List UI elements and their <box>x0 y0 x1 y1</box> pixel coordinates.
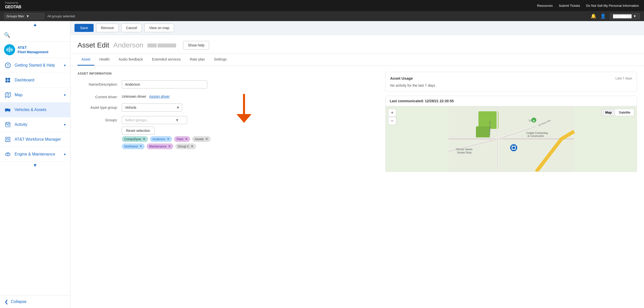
att-logo <box>4 44 15 55</box>
cancel-button[interactable]: Cancel <box>121 24 142 32</box>
bell-icon[interactable]: 🔔 <box>591 13 596 19</box>
map-card: Last communicated: 12/29/21 22:30:55 <box>385 96 637 172</box>
engine-icon <box>5 151 11 158</box>
svg-rect-42 <box>512 146 515 149</box>
sidebar-item-label-getting-started: Getting Started & Help <box>15 63 60 68</box>
do-not-sell-link[interactable]: Do Not Sell My Personal Information <box>586 4 639 8</box>
sidebar-item-activity[interactable]: Activity ▾ <box>0 117 70 132</box>
submit-tickets-link[interactable]: Submit Tickets <box>559 4 580 8</box>
svg-text:Cudgel Contracting: Cudgel Contracting <box>526 132 548 134</box>
save-button[interactable]: Save <box>74 24 94 32</box>
sidebar-collapse[interactable]: ❮ Collapse <box>0 295 70 308</box>
sidebar-item-engine-maintenance[interactable]: Engine & Maintenance ▾ <box>0 147 70 162</box>
tab-rate-plan[interactable]: Rate plan <box>186 54 209 66</box>
sidebar-item-label-att-workforce: AT&T Workforce Manager <box>15 137 66 142</box>
svg-point-16 <box>9 111 10 112</box>
chip-label: Anderson <box>152 137 165 141</box>
chip-remove-compudyne[interactable]: ✕ <box>143 137 145 141</box>
svg-text:▲: ▲ <box>532 119 535 122</box>
tab-asset[interactable]: Asset <box>77 54 94 66</box>
sidebar-scroll-up[interactable]: ▲ <box>0 21 70 28</box>
map-zoom-controls: + − <box>388 109 396 125</box>
truck-icon <box>5 107 11 113</box>
assign-driver-link[interactable]: Assign driver <box>149 94 170 98</box>
chip-anderson: Anderson ✕ <box>150 136 172 142</box>
sidebar-item-dashboard[interactable]: Dashboard <box>0 73 70 88</box>
asset-type-select[interactable]: Vehicle <box>122 104 182 112</box>
map-type-map-button[interactable]: Map <box>602 109 615 116</box>
map-header-last-communicated: Last communicated: 12/29/21 22:30:55 <box>386 96 637 106</box>
sidebar-item-getting-started[interactable]: ? Getting Started & Help ▾ <box>0 58 70 73</box>
svg-text:?: ? <box>7 64 9 67</box>
chip-remove-fleet[interactable]: ✕ <box>185 137 188 141</box>
show-help-button[interactable]: Show help <box>183 41 209 49</box>
groups-label: Groups: <box>77 116 118 122</box>
chip-remove-northwest[interactable]: ✕ <box>139 144 142 148</box>
tab-extended-services[interactable]: Extended services <box>148 54 185 66</box>
svg-rect-7 <box>6 78 8 80</box>
resources-link[interactable]: Resources <box>537 4 553 8</box>
tab-settings[interactable]: Settings <box>210 54 231 66</box>
right-column: Asset Usage Last 7 days No activity for … <box>385 72 637 172</box>
svg-rect-8 <box>8 78 10 80</box>
top-nav: Powered by GEOTAB Resources Submit Ticke… <box>0 0 644 11</box>
chip-compu-dyne: CompuDyne ✕ <box>122 136 148 142</box>
chip-northwest: Northwest ✕ <box>122 143 145 149</box>
tab-health[interactable]: Health <box>95 54 113 66</box>
chip-remove-assets[interactable]: ✕ <box>205 137 208 141</box>
chips-row-2: Northwest ✕ Maintenance ✕ Group C ✕ <box>122 143 379 149</box>
search-icon[interactable]: 🔍 <box>4 32 10 38</box>
view-on-map-button[interactable]: View on map <box>144 24 174 32</box>
chevron-activity-icon: ▾ <box>64 123 66 127</box>
sidebar-scroll-down[interactable]: ▼ <box>0 162 70 169</box>
tabs-bar: Asset Health Audio feedback Extended ser… <box>70 54 644 66</box>
sidebar-item-map[interactable]: Map ▾ <box>0 88 70 102</box>
user-dropdown[interactable]: ████████ ▼ <box>610 13 640 19</box>
svg-rect-9 <box>6 80 8 82</box>
page-title-id: ████ ████████ <box>147 43 176 47</box>
form-row-name: Name/Description: <box>77 80 379 88</box>
main-layout: ▲ 🔍 AT&T Fleet Management <box>0 21 644 308</box>
chip-remove-anderson[interactable]: ✕ <box>167 137 170 141</box>
user-icon[interactable]: 👤 <box>600 13 606 19</box>
zoom-out-button[interactable]: − <box>388 117 396 125</box>
name-label: Name/Description: <box>77 80 118 86</box>
help-icon: ? <box>5 62 11 69</box>
svg-rect-17 <box>6 122 10 127</box>
sidebar-item-att-workforce[interactable]: AT&T Workforce Manager <box>0 132 70 147</box>
chip-remove-maintenance[interactable]: ✕ <box>168 144 171 148</box>
reset-selection-button[interactable]: Reset selection <box>122 127 154 135</box>
driver-value-wrapper: Unknown driver Assign driver <box>122 93 379 98</box>
map-icon <box>5 92 11 98</box>
asset-usage-title: Asset Usage <box>390 76 413 80</box>
user-chevron-icon: ▼ <box>633 14 636 18</box>
left-column: ASSET INFORMATION Name/Description: Curr… <box>77 72 379 172</box>
name-input[interactable] <box>122 80 207 88</box>
sidebar-item-vehicles-assets[interactable]: Vehicles & Assets <box>0 102 70 117</box>
collapse-label: Collapse <box>11 299 26 304</box>
chip-fleet: Fleet ✕ <box>174 136 190 142</box>
sidebar-search-area[interactable]: 🔍 <box>0 28 70 42</box>
powered-by-text: Powered by GEOTAB <box>5 2 21 9</box>
map-type-toggle: Map Satellite <box>601 109 634 116</box>
chip-label: Northwest <box>124 145 138 148</box>
chip-remove-group-c[interactable]: ✕ <box>191 144 193 148</box>
map-container[interactable]: Loew Cudgel Contracting & Construction S… <box>386 106 637 172</box>
page-title-main: Asset Edit <box>77 41 109 49</box>
collapse-arrow-icon: ❮ <box>5 299 8 304</box>
zoom-in-button[interactable]: + <box>388 109 396 117</box>
remove-button[interactable]: Remove <box>96 24 119 32</box>
chip-group-c: Group C ✕ <box>175 143 196 149</box>
groups-select-wrapper: Select groups... ▼ <box>122 116 187 124</box>
form-row-driver: Current driver: Unknown driver Assign dr… <box>77 93 379 99</box>
asset-usage-message: No activity for the last 7 days <box>390 83 435 87</box>
form-row-asset-type: Asset type group: Vehicle ▼ <box>77 104 379 112</box>
map-type-satellite-button[interactable]: Satellite <box>615 109 634 116</box>
driver-unknown-text: Unknown driver <box>122 94 146 98</box>
driver-label: Current driver: <box>77 93 118 99</box>
sidebar-item-label-map: Map <box>15 93 60 97</box>
groups-filter-dropdown[interactable]: Groups filter ▼ <box>4 13 44 19</box>
page-title-sub: Anderson <box>113 41 143 49</box>
tab-audio-feedback[interactable]: Audio feedback <box>114 54 147 66</box>
dashboard-icon <box>5 77 11 83</box>
